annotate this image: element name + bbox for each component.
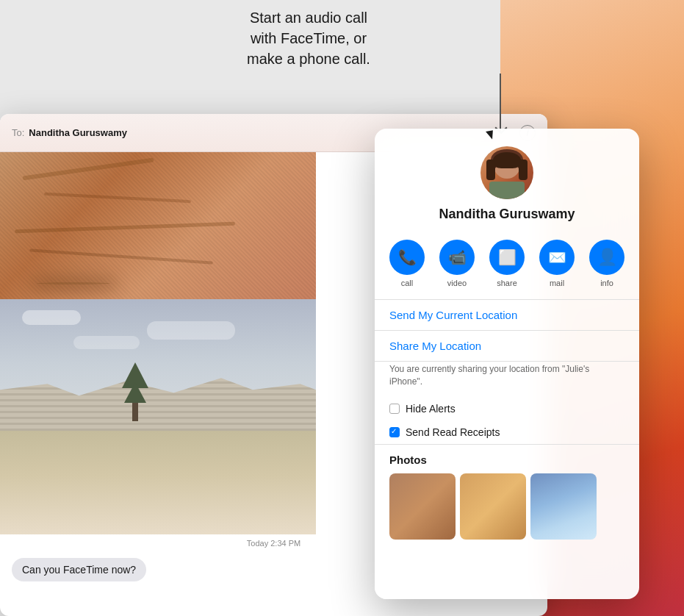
call-button[interactable]: 📞 call <box>389 240 425 287</box>
info-label: info <box>600 279 613 287</box>
info-icon: 👤 <box>589 240 624 275</box>
mail-icon: ✉️ <box>539 240 575 275</box>
photos-grid <box>389 473 624 540</box>
send-read-receipts-label: Send Read Receipts <box>406 426 500 438</box>
header-contact-name: Nanditha Guruswamy <box>29 127 127 138</box>
mail-button[interactable]: ✉️ mail <box>539 240 575 287</box>
hide-alerts-checkbox[interactable] <box>389 404 400 414</box>
photos-section: Photos <box>375 445 639 545</box>
photo-thumbnail-1[interactable] <box>389 473 456 540</box>
to-label: To: <box>12 127 24 138</box>
photo-thumbnail-2[interactable] <box>460 473 526 540</box>
callout-text: Start an audio call with FaceTime, or ma… <box>247 10 370 67</box>
video-button[interactable]: 📹 video <box>439 240 475 287</box>
mail-label: mail <box>550 279 564 287</box>
callout-tooltip: Start an audio call with FaceTime, or ma… <box>206 7 411 69</box>
video-label: video <box>447 279 467 287</box>
photo-desert <box>0 152 316 299</box>
share-button[interactable]: ⬜ share <box>489 240 525 287</box>
contact-avatar <box>480 146 533 199</box>
share-label: share <box>497 279 517 287</box>
photos-title: Photos <box>389 454 624 466</box>
video-icon: 📹 <box>439 240 475 275</box>
info-panel-button[interactable]: 👤 info <box>589 240 624 287</box>
send-read-receipts-checkbox[interactable] <box>389 427 400 437</box>
photo-landscape <box>0 299 316 534</box>
panel-header: Nanditha Guruswamy <box>375 129 639 234</box>
send-location-link[interactable]: Send My Current Location <box>375 300 639 330</box>
call-label: call <box>401 279 414 287</box>
share-location-link[interactable]: Share My Location <box>375 331 639 361</box>
hide-alerts-label: Hide Alerts <box>406 403 456 415</box>
message-bubble: Can you FaceTime now? <box>12 558 146 581</box>
panel-contact-name: Nanditha Guruswamy <box>439 207 575 222</box>
send-read-receipts-row: Send Read Receipts <box>375 420 639 444</box>
share-icon: ⬜ <box>489 240 525 275</box>
action-buttons-row: 📞 call 📹 video ⬜ share ✉️ mail 👤 info <box>375 234 639 299</box>
photo-thumbnail-3[interactable] <box>530 473 597 540</box>
call-icon: 📞 <box>389 240 425 275</box>
hide-alerts-row: Hide Alerts <box>375 397 639 420</box>
location-sharing-text: You are currently sharing your location … <box>375 362 639 397</box>
contact-info-panel: Nanditha Guruswamy 📞 call 📹 video ⬜ shar… <box>375 129 639 599</box>
callout-line <box>500 74 501 132</box>
